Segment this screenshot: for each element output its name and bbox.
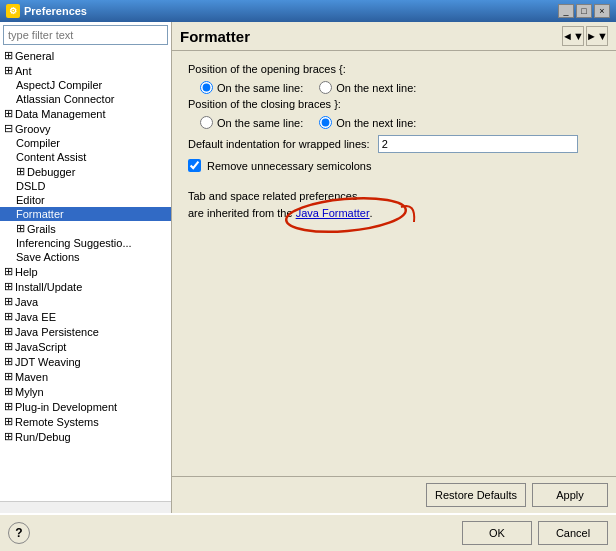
expand-icon: ⊞ <box>4 325 13 338</box>
minimize-button[interactable]: _ <box>558 4 574 18</box>
info-period: . <box>370 207 373 219</box>
opening-same-line-option[interactable]: On the same line: <box>200 81 303 94</box>
expand-icon: ⊞ <box>4 280 13 293</box>
sidebar-item-aspectj[interactable]: AspectJ Compiler <box>0 78 171 92</box>
sidebar-item-label: Java EE <box>15 311 56 323</box>
sidebar-item-dsld[interactable]: DSLD <box>0 179 171 193</box>
sidebar-item-editor[interactable]: Editor <box>0 193 171 207</box>
sidebar-item-label: Remote Systems <box>15 416 99 428</box>
sidebar-item-grails[interactable]: ⊞ Grails <box>0 221 171 236</box>
semicolons-label: Remove unnecessary semicolons <box>207 160 371 172</box>
sidebar-item-install[interactable]: ⊞ Install/Update <box>0 279 171 294</box>
sidebar-item-label: Editor <box>16 194 45 206</box>
titlebar-controls[interactable]: _ □ × <box>558 4 610 18</box>
closing-same-line-radio[interactable] <box>200 116 213 129</box>
sidebar-item-label: General <box>15 50 54 62</box>
sidebar-item-label: Grails <box>27 223 56 235</box>
info-text1: Tab and space related preferences <box>188 190 357 202</box>
opening-next-line-label: On the next line: <box>336 82 416 94</box>
right-toolbar: Formatter ◄▼ ►▼ <box>172 22 616 51</box>
closing-same-line-option[interactable]: On the same line: <box>200 116 303 129</box>
apply-button[interactable]: Apply <box>532 483 608 507</box>
sidebar-item-rundebug[interactable]: ⊞ Run/Debug <box>0 429 171 444</box>
sidebar-item-save-actions[interactable]: Save Actions <box>0 250 171 264</box>
sidebar-item-atlassian[interactable]: Atlassian Connector <box>0 92 171 106</box>
close-button[interactable]: × <box>594 4 610 18</box>
sidebar-item-content-assist[interactable]: Content Assist <box>0 150 171 164</box>
closing-same-line-label: On the same line: <box>217 117 303 129</box>
sidebar-item-label: Atlassian Connector <box>16 93 114 105</box>
sidebar-item-remote[interactable]: ⊞ Remote Systems <box>0 414 171 429</box>
sidebar-item-compiler[interactable]: Compiler <box>0 136 171 150</box>
expand-icon: ⊟ <box>4 122 13 135</box>
back-button[interactable]: ◄▼ <box>562 26 584 46</box>
sidebar-item-label: Mylyn <box>15 386 44 398</box>
titlebar-left: ⚙ Preferences <box>6 4 87 18</box>
semicolons-checkbox[interactable] <box>188 159 201 172</box>
opening-braces-label: Position of the opening braces {: <box>188 63 600 75</box>
expand-icon: ⊞ <box>4 64 13 77</box>
main-container: ⊞ General ⊞ Ant AspectJ Compiler Atlassi… <box>0 22 616 551</box>
help-button[interactable]: ? <box>8 522 30 544</box>
sidebar-item-javascript[interactable]: ⊞ JavaScript <box>0 339 171 354</box>
expand-icon: ⊞ <box>4 385 13 398</box>
right-panel: Formatter ◄▼ ►▼ Position of the opening … <box>172 22 616 513</box>
sidebar-item-label: Groovy <box>15 123 50 135</box>
sidebar-item-label: Compiler <box>16 137 60 149</box>
titlebar: ⚙ Preferences _ □ × <box>0 0 616 22</box>
sidebar-item-ant[interactable]: ⊞ Ant <box>0 63 171 78</box>
expand-icon: ⊞ <box>4 355 13 368</box>
sidebar-item-help[interactable]: ⊞ Help <box>0 264 171 279</box>
opening-next-line-radio[interactable] <box>319 81 332 94</box>
expand-icon: ⊞ <box>4 415 13 428</box>
restore-defaults-button[interactable]: Restore Defaults <box>426 483 526 507</box>
sidebar-item-label: Inferencing Suggestio... <box>16 237 132 249</box>
sidebar-item-general[interactable]: ⊞ General <box>0 48 171 63</box>
opening-same-line-radio[interactable] <box>200 81 213 94</box>
sidebar-item-inferencing[interactable]: Inferencing Suggestio... <box>0 236 171 250</box>
sidebar-item-java[interactable]: ⊞ Java <box>0 294 171 309</box>
window-title: Preferences <box>24 5 87 17</box>
horizontal-scrollbar[interactable] <box>0 501 171 513</box>
sidebar-item-debugger[interactable]: ⊞ Debugger <box>0 164 171 179</box>
maximize-button[interactable]: □ <box>576 4 592 18</box>
closing-braces-label: Position of the closing braces }: <box>188 98 600 110</box>
closing-next-line-option[interactable]: On the next line: <box>319 116 416 129</box>
closing-next-line-radio[interactable] <box>319 116 332 129</box>
sidebar-item-label: JavaScript <box>15 341 66 353</box>
sidebar-item-label: AspectJ Compiler <box>16 79 102 91</box>
sidebar-item-label: Run/Debug <box>15 431 71 443</box>
sidebar-item-maven[interactable]: ⊞ Maven <box>0 369 171 384</box>
sidebar-item-formatter[interactable]: Formatter <box>0 207 171 221</box>
sidebar-item-java-persistence[interactable]: ⊞ Java Persistence <box>0 324 171 339</box>
toolbar-buttons: ◄▼ ►▼ <box>562 26 608 46</box>
sidebar-item-label: Save Actions <box>16 251 80 263</box>
opening-next-line-option[interactable]: On the next line: <box>319 81 416 94</box>
sidebar-item-java-ee[interactable]: ⊞ Java EE <box>0 309 171 324</box>
expand-icon: ⊞ <box>4 400 13 413</box>
sidebar-item-label: DSLD <box>16 180 45 192</box>
sidebar-item-jdt[interactable]: ⊞ JDT Weaving <box>0 354 171 369</box>
sidebar-item-plugin[interactable]: ⊞ Plug-in Development <box>0 399 171 414</box>
opening-same-line-label: On the same line: <box>217 82 303 94</box>
indentation-input[interactable] <box>378 135 578 153</box>
indentation-row: Default indentation for wrapped lines: <box>188 135 600 153</box>
expand-icon: ⊞ <box>4 295 13 308</box>
opening-braces-radio-group: On the same line: On the next line: <box>200 81 600 94</box>
footer-right: OK Cancel <box>462 521 608 545</box>
filter-input[interactable] <box>3 25 168 45</box>
ok-button[interactable]: OK <box>462 521 532 545</box>
closing-braces-radio-group: On the same line: On the next line: <box>200 116 600 129</box>
expand-icon: ⊞ <box>4 430 13 443</box>
sidebar-item-groovy[interactable]: ⊟ Groovy <box>0 121 171 136</box>
forward-button[interactable]: ►▼ <box>586 26 608 46</box>
sidebar-item-mylyn[interactable]: ⊞ Mylyn <box>0 384 171 399</box>
cancel-button[interactable]: Cancel <box>538 521 608 545</box>
expand-icon: ⊞ <box>16 222 25 235</box>
sidebar-item-label: Formatter <box>16 208 64 220</box>
sidebar-item-label: Java <box>15 296 38 308</box>
java-formatter-link[interactable]: Java Formatter <box>296 207 370 219</box>
content-area: ⊞ General ⊞ Ant AspectJ Compiler Atlassi… <box>0 22 616 513</box>
sidebar-item-data-mgmt[interactable]: ⊞ Data Management <box>0 106 171 121</box>
left-panel: ⊞ General ⊞ Ant AspectJ Compiler Atlassi… <box>0 22 172 513</box>
